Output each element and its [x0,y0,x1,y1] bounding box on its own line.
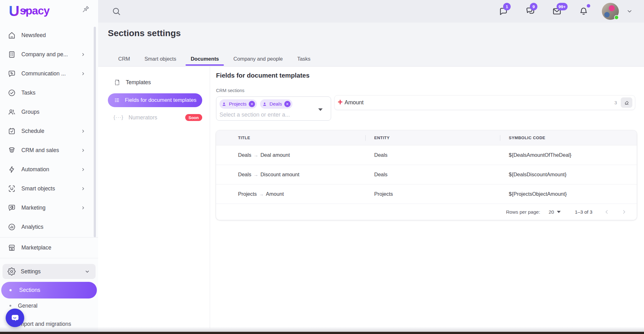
megaphone-bubble-icon [8,204,16,212]
subnav-item-fields-active[interactable]: Fields for document templates [108,93,202,107]
rows-per-page-select[interactable]: 20 [549,209,561,215]
bell-icon [579,6,589,16]
tab-smart-objects[interactable]: Smart objects [145,52,176,66]
sidebar-item-settings[interactable]: Settings [3,264,96,279]
chip-close-icon[interactable]: × [249,101,255,107]
select-caret-icon[interactable] [318,108,323,111]
page-title: Sections settings [108,28,181,38]
subnav-item-templates[interactable]: Templates [108,75,202,89]
cell-title: Deals→Deal amount [216,152,365,158]
field-name-input[interactable] [345,99,614,106]
sidebar-item-label: Marketplace [21,244,51,251]
sidebar-item-communication[interactable]: Communication ... [0,64,98,83]
search-icon[interactable] [111,6,121,16]
title-from: Deals [238,172,251,177]
check-circle-icon [8,89,16,97]
clear-button[interactable] [621,97,632,108]
sidebar-item-automation[interactable]: Automation [0,160,98,179]
sidebar-item-company-and-people[interactable]: Company and pe... [0,45,98,64]
selected-chips: Projects × Deals × [219,99,318,109]
cell-title: Projects→Amount [216,191,365,197]
sidebar-item-analytics[interactable]: Analytics [0,217,98,237]
user-avatar[interactable] [602,3,619,20]
sidebar-item-label: Groups [21,109,39,115]
char-counter: 3 [614,100,617,105]
chip-projects[interactable]: Projects × [219,99,257,109]
sidebar-scrollbar[interactable] [94,27,96,237]
mail-button[interactable]: 99+ [552,6,562,16]
soon-badge: Soon [185,114,203,121]
users-icon [8,108,16,116]
tab-documents[interactable]: Documents [191,52,219,66]
eraser-icon [624,100,630,106]
mail-badge: 99+ [557,3,568,10]
previous-page-button[interactable] [604,209,610,215]
sidebar-item-label: Settings [21,268,41,275]
table-row[interactable]: Projects→Amount Projects ${ProjectsObjec… [216,184,637,204]
sidebar-item-smart-objects[interactable]: Smart objects [0,179,98,198]
sidebar-item-label: CRM and sales [21,147,59,154]
column-title: TITLE [216,135,365,140]
crm-sections-label: CRM sections [216,88,244,93]
field-name-input-wrap: + 3 [334,95,635,110]
arrow-right-icon: → [253,172,258,177]
window-bottom-edge [0,332,644,334]
chip-label: Deals [269,101,282,107]
group-chat-badge: 9 [530,3,537,10]
subnav-item-label: Templates [126,79,151,86]
chat-smile-icon [10,314,20,322]
sidebar-item-crm-and-sales[interactable]: CRM and sales [0,141,98,160]
chip-deals[interactable]: Deals × [260,99,292,109]
sidebar-subitem-sections-active[interactable]: Sections [1,282,97,298]
sidebar-item-marketing[interactable]: Marketing [0,198,98,217]
sidebar-item-newsfeed[interactable]: Newsfeed [0,26,98,45]
list-icon [114,97,120,104]
table-row[interactable]: Deals→Discount amount Deals ${DealsDisco… [216,165,637,184]
brand-logo[interactable]: U spacy [9,2,49,19]
bullet-icon [9,305,11,307]
table-row[interactable]: Deals→Deal amount Deals ${DealsAmountOfT… [216,145,637,165]
arrow-right-icon: → [253,152,258,158]
add-cursor-icon: + [338,98,343,107]
tab-company-and-people[interactable]: Company and people [233,52,283,66]
sidebar-item-label: Smart objects [21,185,55,192]
panel-heading: Fields for document templates [216,72,309,79]
logo-u-mark: U [9,2,19,19]
support-chat-button[interactable] [6,309,24,327]
sidebar-item-marketplace[interactable]: Marketplace [0,238,98,257]
person-icon [262,101,267,107]
sidebar-item-schedule[interactable]: Schedule [0,122,98,141]
calendar-check-icon [8,127,16,135]
notification-dot [587,4,590,8]
group-chat-button[interactable]: 9 [525,6,535,16]
section-search-input[interactable] [219,110,301,119]
tab-tasks[interactable]: Tasks [297,52,310,66]
account-chevron-down-icon[interactable] [626,8,633,14]
sidebar-item-tasks[interactable]: Tasks [0,83,98,102]
sidebar-divider [0,258,98,258]
lightning-icon [8,165,16,174]
sidebar-item-label: Company and pe... [21,51,68,58]
chart-circle-icon [8,223,16,231]
sidebar-subitem-label: General [18,303,37,309]
sidebar-item-label: Automation [21,166,49,173]
chip-close-icon[interactable]: × [284,101,291,107]
topbar: 1 9 99+ [98,0,644,23]
chat-button[interactable]: 1 [498,6,508,16]
sidebar-subitem-label: Sections [19,287,40,293]
notifications-button[interactable] [579,6,589,16]
select-caret-icon [557,211,561,213]
cell-entity: Deals [365,152,500,158]
next-page-button[interactable] [621,209,627,215]
logo-dot [24,9,27,12]
sidebar-item-label: Communication ... [21,70,66,77]
arrow-right-icon: → [259,191,264,197]
pagination-range: 1–3 of 3 [575,209,592,215]
sidebar-pin-icon[interactable] [82,5,90,13]
braces-icon: {···} [114,115,124,120]
brackets-u-icon [8,184,16,193]
sidebar-item-groups[interactable]: Groups [0,102,98,122]
tab-crm[interactable]: CRM [118,52,130,66]
subnav-item-label: Numerators [129,114,157,121]
crm-sections-select[interactable]: Projects × Deals × [216,96,331,121]
